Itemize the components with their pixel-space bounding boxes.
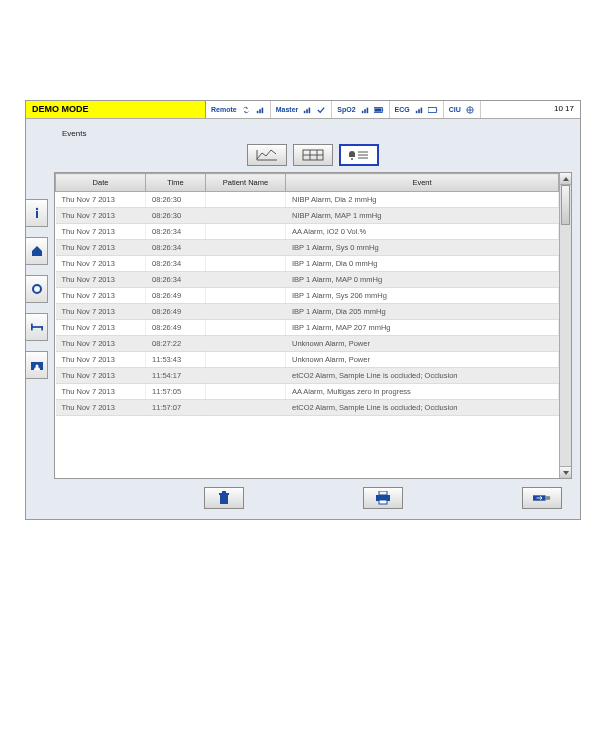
table-row[interactable]: Thu Nov 7 201308:26:49IBP 1 Alarm, MAP 2… — [56, 320, 559, 336]
cell-event: NIBP Alarm, MAP 1 mmHg — [286, 208, 559, 224]
table-row[interactable]: Thu Nov 7 201308:26:34AA Alarm, iO2 0 Vo… — [56, 224, 559, 240]
alarm-list-icon — [348, 149, 370, 161]
cell-time: 08:26:30 — [146, 208, 206, 224]
scroll-down-button[interactable] — [560, 466, 571, 478]
events-table: Date Time Patient Name Event Thu Nov 7 2… — [55, 173, 559, 416]
sidebar-btn-bed[interactable] — [26, 313, 48, 341]
cell-event: Unknown Alarm, Power — [286, 352, 559, 368]
top-tab-ciu[interactable]: CIU — [444, 101, 481, 118]
table-row[interactable]: Thu Nov 7 201308:27:22Unknown Alarm, Pow… — [56, 336, 559, 352]
pinwheel-icon — [465, 106, 475, 114]
svg-rect-16 — [436, 109, 437, 111]
home-icon — [31, 245, 43, 257]
battery-icon — [374, 106, 384, 114]
cell-date: Thu Nov 7 2013 — [56, 400, 146, 416]
sync-icon — [241, 106, 251, 114]
view-btn-trend[interactable] — [247, 144, 287, 166]
table-row[interactable]: Thu Nov 7 201311:54:17etCO2 Alarm, Sampl… — [56, 368, 559, 384]
info-icon — [31, 207, 43, 219]
table-row[interactable]: Thu Nov 7 201308:26:30NIBP Alarm, MAP 1 … — [56, 208, 559, 224]
trend-chart-icon — [256, 149, 278, 161]
top-tab-label: CIU — [449, 106, 461, 113]
top-tab-label: Remote — [211, 106, 237, 113]
svg-rect-19 — [36, 211, 38, 218]
cell-name — [206, 352, 286, 368]
usb-export-button[interactable] — [522, 487, 562, 509]
gear-icon — [31, 283, 43, 295]
view-btn-alarms[interactable] — [339, 144, 379, 166]
table-row[interactable]: Thu Nov 7 201311:53:43Unknown Alarm, Pow… — [56, 352, 559, 368]
sidebar-btn-info[interactable] — [26, 199, 48, 227]
cell-date: Thu Nov 7 2013 — [56, 288, 146, 304]
chevron-up-icon — [563, 176, 569, 182]
svg-rect-12 — [416, 110, 418, 112]
cell-name — [206, 192, 286, 208]
top-tab-master[interactable]: Master — [271, 101, 333, 118]
table-row[interactable]: Thu Nov 7 201308:26:34IBP 1 Alarm, Sys 0… — [56, 240, 559, 256]
table-grid-icon — [302, 149, 324, 161]
top-tab-label: Master — [276, 106, 299, 113]
svg-rect-31 — [222, 491, 226, 493]
scroll-up-button[interactable] — [560, 173, 571, 185]
cell-event: etCO2 Alarm, Sample Line is occluded; Oc… — [286, 368, 559, 384]
svg-rect-15 — [428, 107, 436, 112]
cell-time: 08:26:34 — [146, 240, 206, 256]
table-row[interactable]: Thu Nov 7 201311:57:05AA Alarm, Multigas… — [56, 384, 559, 400]
svg-rect-1 — [259, 109, 261, 113]
svg-rect-8 — [366, 107, 368, 113]
top-tab-ecg[interactable]: ECG — [390, 101, 444, 118]
cell-date: Thu Nov 7 2013 — [56, 304, 146, 320]
sidebar-btn-home[interactable] — [26, 237, 48, 265]
svg-rect-10 — [382, 109, 383, 111]
table-row[interactable]: Thu Nov 7 201308:26:30NIBP Alarm, Dia 2 … — [56, 192, 559, 208]
cell-event: etCO2 Alarm, Sample Line is occluded; Oc… — [286, 400, 559, 416]
col-header-name[interactable]: Patient Name — [206, 174, 286, 192]
svg-rect-3 — [304, 110, 306, 112]
cell-name — [206, 288, 286, 304]
table-row[interactable]: Thu Nov 7 201308:26:34IBP 1 Alarm, MAP 0… — [56, 272, 559, 288]
cell-event: AA Alarm, Multigas zero in progress — [286, 384, 559, 400]
print-button[interactable] — [363, 487, 403, 509]
scroll-thumb[interactable] — [561, 185, 570, 225]
svg-rect-36 — [546, 496, 551, 500]
cell-name — [206, 304, 286, 320]
cell-time: 08:26:34 — [146, 272, 206, 288]
bottom-actions — [54, 479, 572, 513]
app-screen: DEMO MODE Remote Master SpO2 ECG — [25, 100, 581, 520]
cell-event: IBP 1 Alarm, Sys 0 mmHg — [286, 240, 559, 256]
svg-rect-33 — [379, 491, 387, 495]
svg-rect-14 — [420, 107, 422, 113]
battery-icon — [428, 106, 438, 114]
svg-rect-34 — [379, 500, 387, 504]
col-header-event[interactable]: Event — [286, 174, 559, 192]
cell-time: 08:26:30 — [146, 192, 206, 208]
cell-date: Thu Nov 7 2013 — [56, 352, 146, 368]
sidebar-btn-settings[interactable] — [26, 275, 48, 303]
svg-rect-7 — [364, 109, 366, 113]
vertical-scrollbar[interactable] — [559, 173, 571, 478]
delete-button[interactable] — [204, 487, 244, 509]
chevron-down-icon — [563, 470, 569, 476]
cell-date: Thu Nov 7 2013 — [56, 208, 146, 224]
cell-name — [206, 272, 286, 288]
section-title: Events — [54, 125, 572, 144]
table-row[interactable]: Thu Nov 7 201308:26:49IBP 1 Alarm, Sys 2… — [56, 288, 559, 304]
top-tab-label: ECG — [395, 106, 410, 113]
cell-date: Thu Nov 7 2013 — [56, 256, 146, 272]
cell-time: 08:26:49 — [146, 304, 206, 320]
signal-icon — [302, 106, 312, 114]
svg-rect-30 — [219, 493, 229, 495]
view-btn-grid[interactable] — [293, 144, 333, 166]
top-tab-remote[interactable]: Remote — [206, 101, 271, 118]
table-row[interactable]: Thu Nov 7 201308:26:49IBP 1 Alarm, Dia 2… — [56, 304, 559, 320]
events-table-container: Date Time Patient Name Event Thu Nov 7 2… — [54, 172, 572, 479]
demo-mode-badge: DEMO MODE — [26, 101, 206, 118]
col-header-date[interactable]: Date — [56, 174, 146, 192]
cell-name — [206, 224, 286, 240]
signal-icon — [255, 106, 265, 114]
sidebar-btn-patient-folder[interactable] — [26, 351, 48, 379]
top-tab-spo2[interactable]: SpO2 — [332, 101, 389, 118]
table-row[interactable]: Thu Nov 7 201308:26:34IBP 1 Alarm, Dia 0… — [56, 256, 559, 272]
table-row[interactable]: Thu Nov 7 201311:57:07etCO2 Alarm, Sampl… — [56, 400, 559, 416]
col-header-time[interactable]: Time — [146, 174, 206, 192]
